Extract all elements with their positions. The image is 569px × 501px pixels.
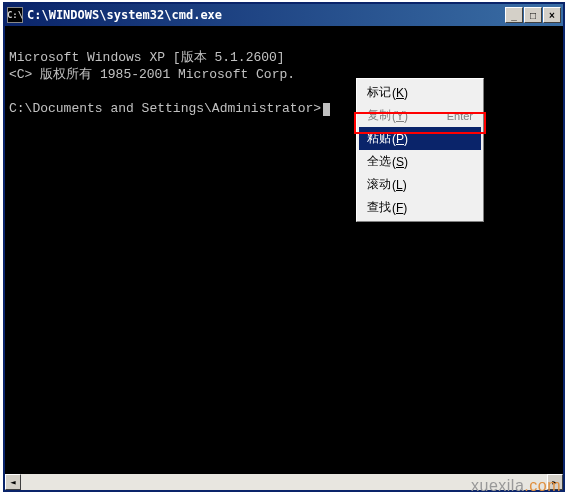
minimize-button[interactable]: _ — [505, 7, 523, 23]
menu-label: 复制 — [367, 107, 391, 124]
menu-item-copy: 复制(Y) Enter — [359, 104, 481, 127]
scroll-track[interactable] — [21, 474, 547, 490]
edit-context-menu: 标记(K) 复制(Y) Enter 粘贴(P) 全选(S) 滚动(L) 查找(F… — [356, 78, 484, 222]
scroll-left-button[interactable]: ◄ — [5, 474, 21, 490]
watermark-suffix: .com — [524, 477, 561, 494]
menu-label: 全选 — [367, 153, 391, 170]
menu-item-mark[interactable]: 标记(K) — [359, 81, 481, 104]
menu-item-paste[interactable]: 粘贴(P) — [359, 127, 481, 150]
menu-label: 标记 — [367, 84, 391, 101]
close-button[interactable]: × — [543, 7, 561, 23]
menu-label: 粘贴 — [367, 130, 391, 147]
cmd-window: C:\ C:\WINDOWS\system32\cmd.exe _ □ × Mi… — [3, 2, 565, 492]
menu-label: 滚动 — [367, 176, 391, 193]
menu-hotkey: (K) — [392, 86, 408, 100]
menu-item-select-all[interactable]: 全选(S) — [359, 150, 481, 173]
watermark: xuexila.com — [471, 477, 561, 495]
cmd-icon: C:\ — [7, 7, 23, 23]
console-line: <C> 版权所有 1985-2001 Microsoft Corp. — [9, 67, 295, 82]
menu-hotkey: (P) — [392, 132, 408, 146]
menu-hotkey: (F) — [392, 201, 407, 215]
titlebar: C:\ C:\WINDOWS\system32\cmd.exe _ □ × — [5, 4, 563, 26]
menu-hotkey: (S) — [392, 155, 408, 169]
menu-hotkey: (L) — [392, 178, 407, 192]
menu-item-scroll[interactable]: 滚动(L) — [359, 173, 481, 196]
menu-hotkey: (Y) — [392, 109, 408, 123]
menu-item-find[interactable]: 查找(F) — [359, 196, 481, 219]
window-title: C:\WINDOWS\system32\cmd.exe — [27, 8, 505, 22]
console-prompt: C:\Documents and Settings\Administrator> — [9, 101, 321, 116]
watermark-text: xuexila — [471, 477, 524, 494]
console-line: Microsoft Windows XP [版本 5.1.2600] — [9, 50, 285, 65]
menu-accelerator: Enter — [447, 110, 473, 122]
window-controls: _ □ × — [505, 7, 561, 23]
menu-label: 查找 — [367, 199, 391, 216]
maximize-button[interactable]: □ — [524, 7, 542, 23]
cursor — [323, 103, 330, 116]
